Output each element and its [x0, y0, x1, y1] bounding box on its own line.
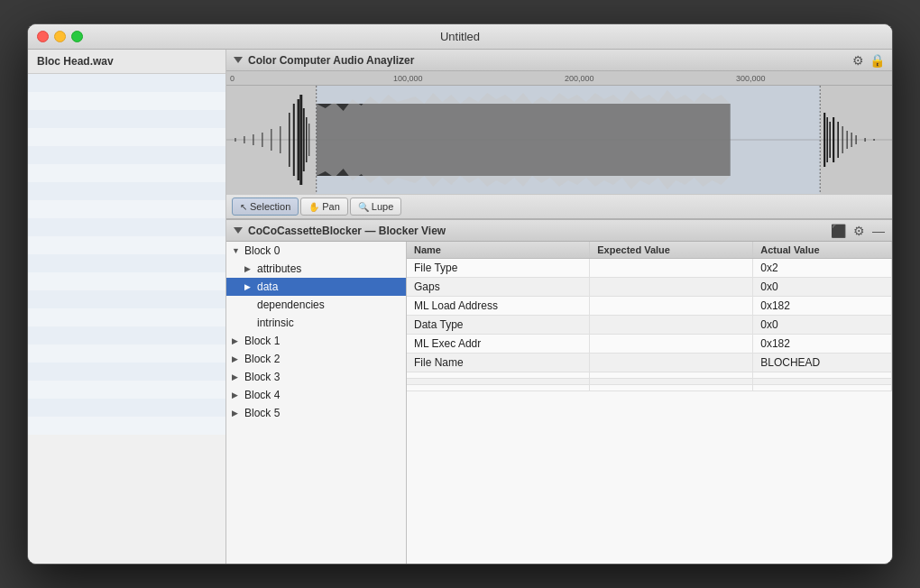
chevron-right-icon: ▶	[232, 372, 241, 381]
analyzer-panel: Color Computer Audio Anaylizer ⚙ 🔒 0 100…	[226, 50, 892, 220]
list-item[interactable]	[28, 399, 225, 417]
prop-name-cell	[407, 379, 590, 385]
tree-item-block0[interactable]: ▼ Block 0	[226, 242, 406, 260]
sidebar-rows	[28, 74, 225, 564]
tree-item-label: Block 4	[244, 389, 280, 401]
prop-name-cell	[407, 372, 590, 379]
blocker-icons: ⬛ ⚙ —	[831, 224, 885, 238]
table-row[interactable]	[407, 385, 892, 391]
analyzer-header-left: Color Computer Audio Anaylizer	[234, 54, 414, 67]
list-item[interactable]	[28, 290, 225, 308]
analyzer-title: Color Computer Audio Anaylizer	[248, 54, 414, 67]
tree-item-dependencies[interactable]: dependencies	[226, 296, 406, 314]
pan-tool-button[interactable]: ✋ Pan	[300, 198, 348, 216]
list-item[interactable]	[28, 110, 225, 128]
tree-item-block5[interactable]: ▶ Block 5	[226, 404, 406, 422]
tree-item-intrinsic[interactable]: intrinsic	[226, 314, 406, 332]
lupe-tool-button[interactable]: 🔍 Lupe	[350, 198, 401, 216]
ruler-mark-0: 0	[230, 74, 235, 83]
close-button[interactable]	[37, 31, 49, 42]
cube-icon[interactable]: ⬛	[831, 224, 846, 238]
prop-name-cell: ML Load Address	[407, 297, 590, 316]
prop-name-cell: ML Exec Addr	[407, 335, 590, 354]
minus-icon[interactable]: —	[872, 224, 885, 238]
prop-expected-cell	[590, 372, 753, 379]
prop-name-cell: Data Type	[407, 316, 590, 335]
list-item[interactable]	[28, 164, 225, 182]
chevron-right-icon: ▶	[244, 282, 253, 291]
list-item[interactable]	[28, 218, 225, 236]
prop-expected-cell	[590, 297, 753, 316]
selection-label: Selection	[250, 201, 290, 212]
gear-icon[interactable]: ⚙	[852, 53, 864, 68]
blocker-header: CoCoCassetteBlocker — Blocker View ⬛ ⚙ —	[226, 220, 892, 242]
analyzer-header: Color Computer Audio Anaylizer ⚙ 🔒	[226, 50, 892, 71]
table-row[interactable]: ML Load Address0x182	[407, 297, 892, 316]
pan-label: Pan	[322, 201, 340, 212]
blocker-body: ▼ Block 0 ▶ attributes ▶ data	[226, 242, 892, 564]
list-item[interactable]	[28, 254, 225, 272]
table-row[interactable]: ML Exec Addr0x182	[407, 335, 892, 354]
tree-item-attributes[interactable]: ▶ attributes	[226, 260, 406, 278]
list-item[interactable]	[28, 200, 225, 218]
tree-item-data[interactable]: ▶ data	[226, 278, 406, 296]
list-item[interactable]	[28, 74, 225, 92]
properties-panel: Name Expected Value Actual Value File Ty…	[407, 242, 892, 564]
tree-item-label: intrinsic	[257, 317, 294, 329]
list-item[interactable]	[28, 92, 225, 110]
tree-item-block3[interactable]: ▶ Block 3	[226, 368, 406, 386]
prop-actual-cell: 0x2	[753, 259, 892, 278]
table-row[interactable]	[407, 372, 892, 379]
tree-item-label: Block 2	[244, 353, 280, 365]
analyzer-icons: ⚙ 🔒	[852, 53, 885, 68]
table-row[interactable]: Data Type0x0	[407, 316, 892, 335]
table-row[interactable]: File Type0x2	[407, 259, 892, 278]
selection-icon: ↖	[240, 202, 247, 212]
chevron-down-icon: ▼	[232, 246, 241, 255]
list-item[interactable]	[28, 417, 225, 435]
list-item[interactable]	[28, 128, 225, 146]
list-item[interactable]	[28, 345, 225, 363]
prop-expected-cell	[590, 278, 753, 297]
minimize-button[interactable]	[54, 31, 66, 42]
maximize-button[interactable]	[71, 31, 83, 42]
list-item[interactable]	[28, 146, 225, 164]
table-row[interactable]: File NameBLOCHEAD	[407, 354, 892, 372]
blocker-title: CoCoCassetteBlocker — Blocker View	[248, 225, 446, 237]
chevron-right-icon: ▶	[232, 390, 241, 400]
tree-item-block1[interactable]: ▶ Block 1	[226, 332, 406, 350]
list-item[interactable]	[28, 381, 225, 399]
lock-icon[interactable]: 🔒	[869, 53, 885, 68]
app-window: Untitled Bloc Head.wav	[27, 23, 893, 565]
list-item[interactable]	[28, 236, 225, 254]
list-item[interactable]	[28, 272, 225, 290]
prop-actual-cell	[753, 385, 892, 391]
right-panel: Color Computer Audio Anaylizer ⚙ 🔒 0 100…	[226, 50, 892, 564]
prop-expected-cell	[590, 316, 753, 335]
tree-item-block4[interactable]: ▶ Block 4	[226, 386, 406, 404]
list-item[interactable]	[28, 308, 225, 326]
tree-item-block2[interactable]: ▶ Block 2	[226, 350, 406, 368]
tree-item-label: Block 1	[244, 335, 280, 347]
list-item[interactable]	[28, 363, 225, 381]
tree-item-label: dependencies	[257, 299, 325, 311]
list-item[interactable]	[28, 326, 225, 345]
chevron-right-icon: ▶	[232, 336, 241, 345]
sidebar-header: Bloc Head.wav	[28, 50, 225, 74]
prop-expected-cell	[590, 379, 753, 385]
main-layout: Bloc Head.wav	[28, 50, 892, 564]
table-row[interactable]: Gaps0x0	[407, 278, 892, 297]
table-row[interactable]	[407, 379, 892, 385]
settings-icon[interactable]: ⚙	[853, 224, 865, 238]
col-expected: Expected Value	[590, 242, 753, 259]
blocker-panel: CoCoCassetteBlocker — Blocker View ⬛ ⚙ —	[226, 220, 892, 564]
chevron-right-icon: ▶	[232, 354, 241, 363]
lupe-icon: 🔍	[358, 202, 369, 212]
tree-item-label: Block 5	[244, 407, 280, 419]
selection-tool-button[interactable]: ↖ Selection	[232, 198, 299, 216]
waveform-container[interactable]	[226, 86, 892, 194]
lupe-label: Lupe	[372, 201, 393, 212]
blocker-expand-icon[interactable]	[234, 227, 243, 234]
expand-icon[interactable]	[234, 57, 243, 63]
list-item[interactable]	[28, 182, 225, 200]
